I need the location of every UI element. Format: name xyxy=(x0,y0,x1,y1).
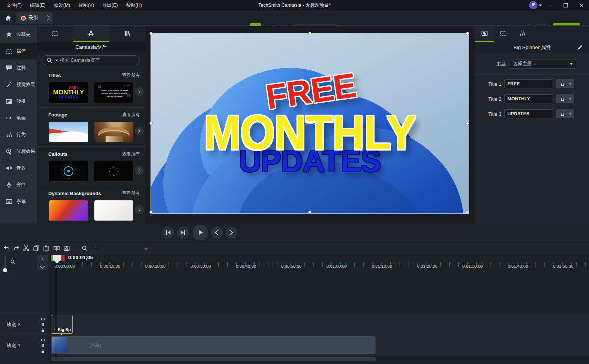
undo-button[interactable] xyxy=(2,244,11,253)
sidebar-item-voice[interactable]: 旁白 xyxy=(0,176,37,193)
sidebar-item-favorites[interactable]: 收藏夹 xyxy=(0,26,37,43)
asset-thumbnail-callout-circle[interactable] xyxy=(49,161,88,181)
effects-props-tab[interactable] xyxy=(513,25,531,42)
menu-item[interactable]: 修改(M) xyxy=(51,1,74,10)
resize-handle[interactable] xyxy=(466,210,469,214)
see-all-link[interactable]: 查看所有 xyxy=(122,112,140,118)
playhead-flag-icon[interactable] xyxy=(53,255,61,264)
font-style-button[interactable]: a xyxy=(556,94,574,103)
search-filter-caret-icon[interactable] xyxy=(55,60,58,61)
resize-handle[interactable] xyxy=(308,210,312,214)
split-button[interactable] xyxy=(52,244,61,253)
record-options-button[interactable] xyxy=(43,12,53,24)
resize-handle[interactable] xyxy=(466,122,469,125)
font-style-button[interactable]: a xyxy=(556,79,574,88)
media-props-tab[interactable] xyxy=(494,25,513,42)
cut-button[interactable] xyxy=(22,244,31,253)
timeline-horizontal-scrollbar[interactable] xyxy=(51,357,376,361)
previous-clip-button[interactable] xyxy=(211,227,223,239)
minimize-button[interactable]: – xyxy=(543,0,558,10)
sidebar-item-visual-effects[interactable]: 视觉效果 xyxy=(0,76,37,93)
section-next-button[interactable] xyxy=(135,87,144,96)
user-avatar[interactable] xyxy=(529,1,537,9)
clip-big-spinner[interactable]: +Big Sp xyxy=(51,315,73,334)
video-canvas[interactable]: UPDATES MONTHLY FREE xyxy=(151,33,469,213)
sidebar-item-transitions[interactable]: 转换 xyxy=(0,93,37,110)
eye-icon[interactable] xyxy=(40,316,45,321)
redo-button[interactable] xyxy=(12,244,21,253)
timeline-zoom-button[interactable] xyxy=(80,244,89,253)
resize-handle[interactable] xyxy=(308,32,312,35)
copy-button[interactable] xyxy=(32,244,41,253)
lock-icon[interactable] xyxy=(40,328,45,333)
close-button[interactable]: ✕ xyxy=(574,0,589,10)
sidebar-item-media[interactable]: 媒体 xyxy=(0,43,37,60)
magnet-icon[interactable] xyxy=(40,343,45,348)
track-height-knob[interactable] xyxy=(3,268,7,272)
playhead-out-marker[interactable] xyxy=(61,255,65,261)
timeline-ruler[interactable]: 0:00:00;000:00:10;000:00:20;000:00:30;00… xyxy=(51,254,589,273)
step-back-button[interactable] xyxy=(162,227,174,239)
section-next-button[interactable] xyxy=(135,166,144,175)
asset-thumbnail-bg-white[interactable] xyxy=(94,200,133,221)
playhead-line[interactable] xyxy=(56,254,56,359)
resize-handle[interactable] xyxy=(149,122,153,125)
lock-icon[interactable] xyxy=(40,349,45,354)
playhead-in-marker[interactable] xyxy=(51,255,53,261)
asset-thumbnail-footage-plane[interactable] xyxy=(49,122,88,142)
track-lane[interactable]: +Big Sp xyxy=(51,314,589,335)
zoom-in-button[interactable]: + xyxy=(142,244,151,253)
rotation-anchor[interactable] xyxy=(303,122,317,125)
title-3-input[interactable]: UPDATES xyxy=(504,109,552,118)
properties-tab[interactable] xyxy=(475,25,494,42)
home-button[interactable] xyxy=(3,13,13,23)
assets-tab[interactable] xyxy=(73,25,109,42)
sidebar-item-behaviors[interactable]: 行为 xyxy=(0,127,37,143)
paste-button[interactable] xyxy=(42,244,51,253)
playhead[interactable]: 0:00:01;05 xyxy=(51,255,93,264)
sidebar-item-captions[interactable]: cc字幕 xyxy=(0,193,37,210)
track-lane[interactable]: (屏幕) xyxy=(51,335,589,356)
resize-handle[interactable] xyxy=(149,210,153,214)
font-style-button[interactable]: a xyxy=(556,109,574,118)
record-button[interactable]: 录制 xyxy=(16,12,43,24)
clip-screen-recording[interactable]: (屏幕) xyxy=(51,336,376,354)
menu-item[interactable]: 导出(E) xyxy=(99,1,121,10)
snapshot-button[interactable] xyxy=(62,244,71,253)
menu-item[interactable]: 视图(V) xyxy=(75,1,97,10)
play-button[interactable] xyxy=(192,225,208,240)
eye-icon[interactable] xyxy=(40,337,45,342)
resize-handle[interactable] xyxy=(149,32,153,35)
avatar-caret-icon[interactable] xyxy=(539,4,542,6)
see-all-link[interactable]: 查看所有 xyxy=(122,151,140,157)
title-2-input[interactable]: MONTHLY xyxy=(504,94,552,103)
asset-thumbnail-footage-mall[interactable] xyxy=(94,122,133,142)
asset-thumbnail-title-free[interactable]: FREEMONTHLYUPDATES xyxy=(49,82,88,103)
asset-search-input[interactable]: 搜索 Camtasia资产 xyxy=(42,55,140,65)
title-1-input[interactable]: FREE xyxy=(504,79,552,88)
sidebar-item-animations[interactable]: 动画 xyxy=(0,110,37,127)
collapse-tracks-button[interactable] xyxy=(37,263,48,270)
asset-thumbnail-title-quote[interactable]: ❝❞Lorem ipsum dolor sit amet, consectetu… xyxy=(94,82,133,103)
section-next-button[interactable] xyxy=(135,127,144,136)
menu-item[interactable]: 编辑(E) xyxy=(27,1,49,10)
sidebar-item-annotations[interactable]: a注释 xyxy=(0,60,37,76)
asset-thumbnail-callout-burst[interactable] xyxy=(94,161,133,181)
sidebar-item-audio-effects[interactable]: 音效 xyxy=(0,160,37,177)
see-all-link[interactable]: 查看所有 xyxy=(122,72,140,79)
menu-item[interactable]: 文件(F) xyxy=(3,1,25,10)
section-next-button[interactable] xyxy=(135,205,144,214)
maximize-button[interactable] xyxy=(558,0,573,10)
media-bin-tab[interactable] xyxy=(37,25,73,42)
resize-handle[interactable] xyxy=(466,32,469,35)
see-all-link[interactable]: 查看所有 xyxy=(122,190,140,197)
sidebar-item-cursor-effects[interactable]: 光标效果 xyxy=(0,143,37,160)
zoom-out-button[interactable]: − xyxy=(92,244,101,253)
magnet-icon[interactable] xyxy=(40,322,45,327)
asset-thumbnail-bg-gradient[interactable] xyxy=(49,200,88,221)
step-forward-button[interactable] xyxy=(177,227,189,239)
menu-item[interactable]: 帮助(H) xyxy=(123,1,145,10)
add-track-button[interactable]: + xyxy=(37,255,48,262)
next-clip-button[interactable] xyxy=(225,227,237,239)
library-tab[interactable] xyxy=(109,25,145,42)
